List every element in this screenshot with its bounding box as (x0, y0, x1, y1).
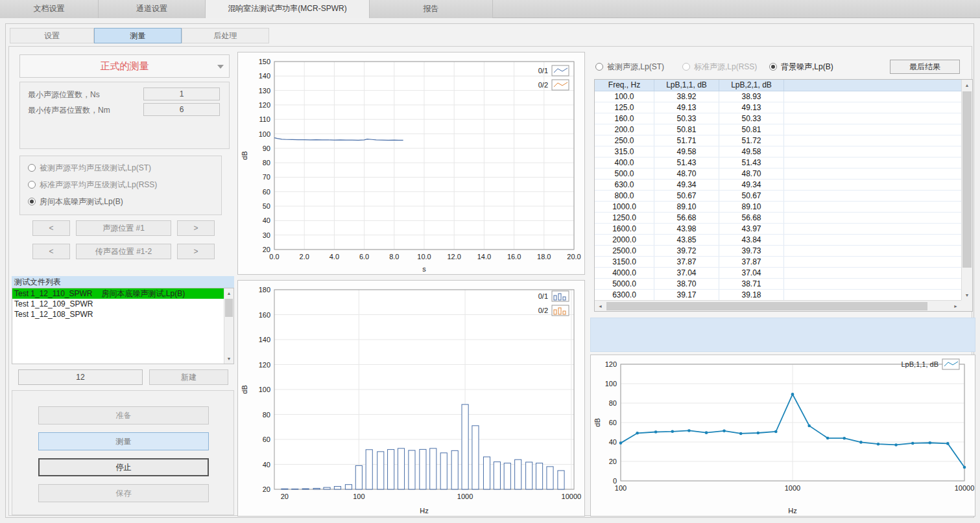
nm-input[interactable]: 6 (143, 103, 220, 116)
svg-text:30: 30 (263, 231, 270, 239)
save-button[interactable]: 保存 (38, 484, 209, 502)
scroll-thumb[interactable] (606, 302, 927, 310)
table-cell: 3150.0 (595, 257, 654, 267)
table-cell: 56.68 (654, 213, 719, 223)
scroll-thumb[interactable] (962, 91, 972, 268)
table-cell: 6300.0 (595, 290, 654, 300)
table-row[interactable]: 315.049.5849.58 (595, 146, 961, 157)
mic-position-button[interactable]: 传声器位置 #1-2 (76, 244, 171, 259)
table-row[interactable]: 3150.037.8737.87 (595, 257, 961, 268)
svg-text:1000: 1000 (785, 484, 800, 492)
result-table-body: 100.038.9238.93125.049.1349.13160.050.33… (595, 91, 961, 300)
source-position-button[interactable]: 声源位置 #1 (76, 220, 171, 236)
result-info-panel (590, 318, 975, 352)
table-cell: 37.04 (654, 268, 719, 278)
file-list-item[interactable]: Test 1_12_110_SPWR房间本底噪声测试,Lp(B) (12, 288, 224, 299)
table-row[interactable]: 2500.039.7239.73 (595, 246, 961, 257)
radio-icon (682, 63, 690, 71)
svg-text:0.0: 0.0 (269, 253, 279, 261)
subtab-postprocess[interactable]: 后处理 (182, 28, 269, 43)
spectrum-bar-chart: 2040608010012014016018020100100010000dBH… (237, 280, 585, 517)
table-row[interactable]: 1000.089.1089.10 (595, 202, 961, 213)
prepare-button[interactable]: 准备 (38, 406, 209, 424)
result-spectrum-svg: 020406080100120100100010000dBHzLpB,1,1, … (591, 355, 976, 517)
file-list-scrollbar[interactable]: ▲ ▼ (224, 288, 233, 364)
table-vertical-scrollbar[interactable]: ▲ ▼ (961, 80, 972, 301)
scroll-down-icon[interactable]: ▼ (224, 354, 233, 364)
table-cell: 125.0 (595, 102, 654, 113)
spectrum-svg: 2040608010012014016018020100100010000dBH… (238, 281, 586, 517)
table-row[interactable]: 2000.043.8543.84 (595, 235, 961, 246)
table-cell: 50.67 (654, 191, 719, 201)
table-row[interactable]: 250.051.7151.72 (595, 135, 961, 146)
scroll-left-icon[interactable]: ◄ (595, 301, 606, 312)
scroll-up-icon[interactable]: ▲ (962, 80, 972, 91)
scroll-down-icon[interactable]: ▼ (962, 290, 972, 301)
time-history-chart: 20304050607080901001101201301401500.02.0… (237, 52, 585, 275)
tab-channel-settings[interactable]: 通道设置 (99, 0, 206, 18)
test-file-listbox: Test 1_12_110_SPWR房间本底噪声测试,Lp(B) Test 1_… (12, 288, 234, 364)
table-row[interactable]: 1250.056.6856.68 (595, 213, 961, 224)
table-cell: 50.81 (654, 124, 719, 135)
file-list-item[interactable]: Test 1_12_108_SPWR (12, 309, 224, 320)
svg-text:0/1: 0/1 (538, 67, 548, 75)
subtab-settings[interactable]: 设置 (10, 28, 94, 43)
radio-view-lp-st[interactable]: 被测声源,Lp(ST) (595, 62, 664, 72)
table-row[interactable]: 500.048.7048.70 (595, 169, 961, 180)
ns-input[interactable]: 1 (143, 87, 220, 100)
table-cell: 400.0 (595, 157, 654, 168)
col-header-filler (784, 80, 961, 91)
table-row[interactable]: 125.049.1349.13 (595, 102, 961, 113)
scroll-right-icon[interactable]: ► (950, 301, 961, 312)
table-row[interactable]: 200.050.8150.81 (595, 124, 961, 135)
scroll-up-icon[interactable]: ▲ (224, 288, 233, 298)
svg-text:8.0: 8.0 (389, 253, 399, 261)
svg-text:50: 50 (263, 202, 270, 210)
table-row[interactable]: 630.049.3449.34 (595, 180, 961, 191)
table-cell-filler (784, 124, 961, 135)
radio-lp-st[interactable]: 被测声源平均声压级测试,Lp(ST) (28, 163, 151, 173)
table-row[interactable]: 4000.037.0437.04 (595, 268, 961, 279)
table-cell: 43.85 (654, 235, 719, 245)
radio-label: 被测声源平均声压级测试,Lp(ST) (40, 163, 151, 174)
tab-report[interactable]: 报告 (370, 0, 493, 18)
table-horizontal-scrollbar[interactable]: ◄ ► (595, 300, 961, 311)
svg-text:150: 150 (259, 58, 270, 65)
table-cell-filler (784, 246, 961, 256)
table-row[interactable]: 400.051.4351.43 (595, 157, 961, 169)
table-row[interactable]: 100.038.9238.93 (595, 91, 961, 102)
svg-text:20: 20 (263, 485, 270, 493)
col-header-lpb11: LpB,1,1, dB (654, 80, 719, 91)
radio-lp-rss[interactable]: 标准声源平均声压级测试,Lp(RSS) (28, 180, 157, 190)
tab-document-settings[interactable]: 文档设置 (0, 0, 99, 18)
table-row[interactable]: 1600.043.9843.97 (595, 224, 961, 235)
measurement-mode-dropdown[interactable]: 正式的测量 (19, 54, 230, 78)
source-prev-button[interactable]: < (32, 220, 70, 236)
svg-text:40: 40 (609, 438, 617, 446)
new-file-button[interactable]: 新建 (149, 369, 228, 385)
file-counter-input[interactable]: 12 (18, 369, 143, 385)
measure-button[interactable]: 测量 (38, 432, 209, 450)
scroll-thumb[interactable] (225, 299, 233, 317)
radio-label: 背景噪声,Lp(B) (781, 62, 833, 73)
table-cell: 2000.0 (595, 235, 654, 245)
table-row[interactable]: 5000.038.7038.71 (595, 279, 961, 290)
source-next-button[interactable]: > (177, 220, 215, 236)
svg-text:4.0: 4.0 (329, 253, 339, 261)
radio-view-lp-b[interactable]: 背景噪声,Lp(B) (769, 62, 833, 72)
mic-next-button[interactable]: > (177, 244, 215, 259)
radio-lp-b[interactable]: 房间本底噪声测试,Lp(B) (28, 196, 123, 207)
stop-button[interactable]: 停止 (38, 458, 209, 476)
subtab-measure[interactable]: 测量 (94, 28, 182, 43)
table-row[interactable]: 160.050.3350.33 (595, 113, 961, 124)
final-result-button[interactable]: 最后结果 (890, 60, 960, 74)
radio-icon (595, 63, 603, 71)
main-tabbar: 文档设置 通道设置 混响室法测试声功率(MCR-SPWR) 报告 (0, 0, 980, 18)
radio-label: 房间本底噪声测试,Lp(B) (40, 196, 123, 207)
table-cell-filler (784, 169, 961, 179)
file-list-item[interactable]: Test 1_12_109_SPWR (12, 299, 224, 309)
tab-mcr-spwr[interactable]: 混响室法测试声功率(MCR-SPWR) (206, 0, 370, 18)
mic-prev-button[interactable]: < (32, 244, 70, 259)
table-row[interactable]: 800.050.6750.67 (595, 191, 961, 202)
table-row[interactable]: 6300.039.1739.18 (595, 290, 961, 300)
